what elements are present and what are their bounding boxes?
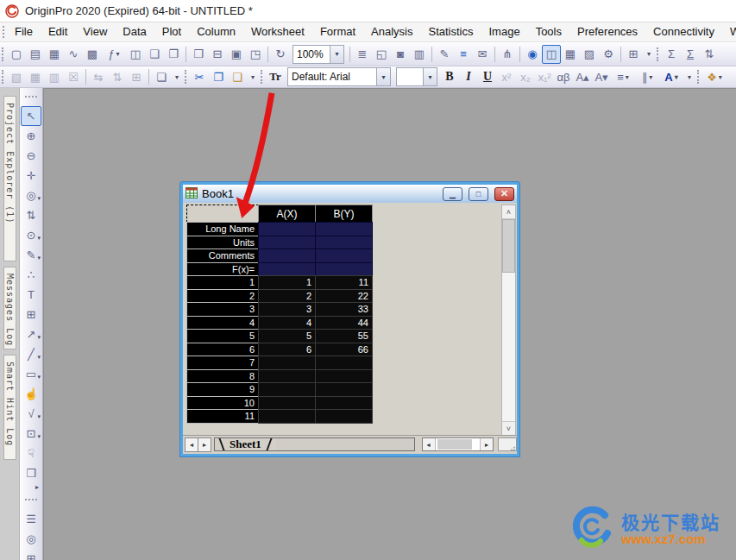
menu-connectivity[interactable]: Connectivity (645, 22, 722, 41)
cell-column-b[interactable]: 44 (315, 316, 373, 330)
book1-window[interactable]: Book1 ▁ □ ✕ A(X) (180, 182, 519, 456)
send-email-button[interactable]: ✉ (473, 45, 492, 64)
row-header[interactable]: 2 (186, 289, 259, 304)
cut-button[interactable]: ✂ (190, 67, 209, 86)
subsuperscript-button[interactable]: x₁² (535, 67, 554, 86)
scroll-up-button[interactable]: ˄ (502, 205, 515, 219)
pointer-tool-button[interactable]: ↖ (21, 106, 41, 126)
cell-column-b[interactable] (315, 222, 373, 236)
row-header[interactable]: 10 (186, 396, 259, 411)
cell-column-a[interactable] (258, 249, 316, 263)
object-manager-button[interactable]: ▦ (561, 45, 580, 64)
column-header[interactable]: B(Y) (315, 204, 373, 223)
menu-worksheet[interactable]: Worksheet (243, 22, 312, 41)
edit-graph-button[interactable]: ✎ (435, 45, 454, 64)
vertical-scrollbar[interactable]: ˄ ˅ (501, 204, 516, 436)
arrow-tool-button[interactable]: ↗ (21, 324, 41, 344)
column-statistics-button[interactable]: Σ (662, 45, 681, 64)
align-button[interactable]: ≡ (611, 67, 635, 86)
row-header[interactable]: 4 (186, 316, 259, 330)
cluster-tool-button[interactable]: ∴ (21, 265, 41, 285)
new-folder-button[interactable]: ▤ (26, 45, 45, 64)
scroll-down-button[interactable]: ˅ (502, 421, 515, 435)
add-column-button[interactable]: ⊞ (624, 45, 643, 64)
axes-button[interactable]: ⊞ (21, 549, 41, 560)
cell-column-a[interactable] (258, 382, 316, 397)
menu-edit[interactable]: Edit (41, 22, 75, 41)
menu-window[interactable]: Window (722, 22, 736, 41)
new-layout-button[interactable]: ◫ (126, 45, 145, 64)
sheet-next-button[interactable]: ▸ (198, 438, 211, 451)
cell-column-b[interactable] (315, 396, 373, 411)
save-project-button[interactable]: ▣ (227, 45, 246, 64)
menu-format[interactable]: Format (312, 22, 363, 41)
horizontal-scrollbar[interactable]: ◂ ▸ (422, 437, 494, 451)
row-header[interactable]: 1 (186, 275, 259, 290)
cell-column-b[interactable] (315, 262, 373, 277)
tab-sheet1[interactable]: Sheet1 (215, 438, 276, 450)
new-workbook-button[interactable]: ▦ (45, 45, 64, 64)
cell-column-a[interactable] (258, 396, 316, 411)
row-header[interactable]: 8 (186, 369, 259, 384)
slideshow-button[interactable]: ◱ (372, 45, 391, 64)
row-header[interactable]: 5 (186, 329, 259, 343)
row-header[interactable]: 9 (186, 382, 259, 397)
new-function-plot-button[interactable]: ƒ (102, 45, 126, 64)
cell-column-a[interactable] (258, 356, 316, 370)
cell-column-b[interactable]: 66 (315, 343, 373, 357)
line-tool-button[interactable]: ╱ (21, 344, 41, 364)
menu-tools[interactable]: Tools (528, 22, 569, 41)
menu-plot[interactable]: Plot (154, 22, 189, 41)
zoom-in-tool-button[interactable]: ⊕ (21, 126, 41, 146)
dock-tab-smart-hint-log[interactable]: Smart Hint Log (3, 355, 16, 460)
apps-button[interactable]: ◎ (21, 529, 41, 549)
equation-tool-button[interactable]: √ (21, 404, 41, 424)
duplicate-sheet-button[interactable]: ❏ (152, 67, 171, 86)
menu-analysis[interactable]: Analysis (363, 22, 420, 41)
cell-column-b[interactable]: 33 (315, 302, 373, 317)
menu-statistics[interactable]: Statistics (420, 22, 481, 41)
bold-button[interactable]: B (440, 67, 459, 86)
cell-column-a[interactable]: 4 (258, 316, 316, 330)
sheet-prev-button[interactable]: ◂ (186, 438, 198, 451)
font-combobox[interactable]: Default: Arial ▾ (287, 67, 391, 86)
row-header[interactable]: 7 (186, 356, 259, 370)
menu-data[interactable]: Data (115, 22, 154, 41)
font-color-button[interactable]: A (659, 68, 683, 86)
section-tool-button[interactable]: ⊞ (21, 305, 41, 324)
pan-tool-button[interactable]: ☝ (21, 384, 41, 404)
toolbar-expand-arrow[interactable]: ▸ (22, 483, 41, 491)
cell-column-a[interactable]: 5 (258, 329, 316, 343)
close-button[interactable]: ✕ (494, 187, 514, 201)
cell-column-b[interactable] (315, 249, 373, 263)
cell-column-a[interactable] (258, 262, 316, 277)
cell-column-a[interactable]: 3 (258, 302, 316, 317)
cell-column-b[interactable] (315, 382, 373, 397)
scroll-right-button[interactable]: ▸ (480, 438, 493, 450)
vertical-scrollbar-thumb[interactable] (502, 219, 515, 273)
zoom-combobox[interactable]: 100% ▾ (293, 45, 344, 64)
menu-file[interactable]: File (7, 22, 41, 41)
annotation-tool-button[interactable]: ◎ (21, 186, 41, 205)
new-graph-button[interactable]: ∿ (64, 45, 83, 64)
worksheet-corner-cell[interactable] (186, 204, 259, 223)
decrease-font-button[interactable]: A▾ (592, 67, 611, 86)
dock-tab-project-explorer[interactable]: Project Explorer (1) (3, 96, 16, 261)
copy-button[interactable]: ❐ (209, 67, 228, 86)
column-header[interactable]: A(X) (258, 204, 316, 223)
scroll-left-button[interactable]: ◂ (423, 438, 436, 450)
underline-button[interactable]: U (478, 67, 497, 86)
cell-column-b[interactable]: 22 (315, 289, 373, 304)
row-header[interactable]: 6 (186, 343, 259, 357)
import-wizard-button[interactable]: ▧ (7, 67, 26, 86)
menu-preferences[interactable]: Preferences (569, 22, 645, 41)
greek-button[interactable]: αβ (554, 67, 573, 86)
new-project-button[interactable]: ▢ (7, 45, 26, 64)
import-ascii-button[interactable]: ▦ (26, 67, 45, 86)
cell-column-b[interactable] (315, 356, 373, 370)
toolbar-overflow-button[interactable]: ▾ (683, 67, 695, 86)
sort-button[interactable]: ⇅ (700, 45, 719, 64)
row-header[interactable]: 3 (186, 302, 259, 317)
menubar-drag-handle[interactable] (3, 26, 4, 38)
horizontal-scrollbar-thumb[interactable] (437, 439, 472, 450)
